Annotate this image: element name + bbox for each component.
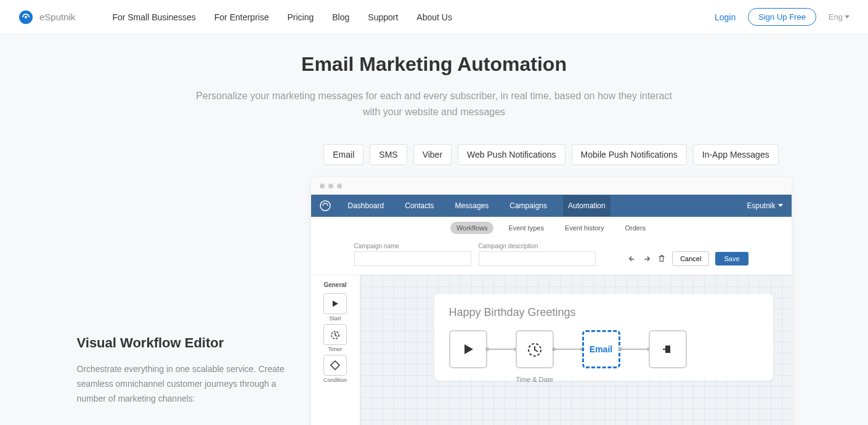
pill-viber[interactable]: Viber bbox=[413, 144, 452, 165]
chevron-down-icon bbox=[845, 15, 850, 19]
undo-icon[interactable] bbox=[628, 254, 636, 263]
nav-small-business[interactable]: For Small Businesses bbox=[112, 12, 195, 22]
window-dot bbox=[320, 184, 325, 188]
pill-webpush[interactable]: Web Push Notifications bbox=[458, 144, 565, 165]
palette: General Start Timer Condition bbox=[311, 275, 360, 425]
logo[interactable]: eSputnik bbox=[18, 10, 75, 25]
campaign-desc-input[interactable] bbox=[479, 251, 596, 266]
window-dot bbox=[328, 184, 333, 188]
workflow-node-end[interactable] bbox=[649, 330, 687, 368]
main-content: Email Marketing Automation Personalize y… bbox=[77, 34, 792, 425]
redo-icon[interactable] bbox=[643, 254, 651, 263]
palette-timer[interactable]: Timer bbox=[323, 324, 347, 352]
page-title: Email Marketing Automation bbox=[77, 53, 792, 76]
login-link[interactable]: Login bbox=[715, 12, 736, 22]
language-selector[interactable]: Eng bbox=[829, 12, 850, 22]
main-nav: For Small Businesses For Enterprise Pric… bbox=[112, 12, 715, 22]
connector bbox=[620, 349, 649, 350]
content-row: Visual Workflow Editor Orchestrate every… bbox=[77, 144, 792, 425]
language-label: Eng bbox=[829, 12, 843, 22]
left-column: Visual Workflow Editor Orchestrate every… bbox=[77, 144, 286, 425]
signup-button[interactable]: Sign Up Free bbox=[748, 8, 816, 26]
svg-point-1 bbox=[25, 16, 27, 18]
save-button[interactable]: Save bbox=[715, 252, 748, 265]
campaign-name-label: Campaign name bbox=[354, 243, 471, 249]
cancel-button[interactable]: Cancel bbox=[672, 251, 709, 266]
app-user-name: Esputnik bbox=[747, 201, 775, 210]
timer-icon bbox=[330, 329, 341, 340]
app-nav-automation[interactable]: Automation bbox=[563, 195, 610, 216]
app-mockup: Dashboard Contacts Messages Campaigns Au… bbox=[311, 177, 792, 425]
palette-label: Start bbox=[329, 315, 341, 322]
subnav-event-types[interactable]: Event types bbox=[502, 222, 550, 234]
nav-pricing[interactable]: Pricing bbox=[287, 12, 314, 22]
chevron-down-icon bbox=[778, 204, 783, 208]
nav-enterprise[interactable]: For Enterprise bbox=[214, 12, 269, 22]
workflow-node-start[interactable] bbox=[449, 330, 487, 368]
connector bbox=[554, 349, 582, 350]
sub-nav: Workflows Event types Event history Orde… bbox=[311, 217, 792, 239]
page-subtitle: Personalize your marketing messages for … bbox=[194, 88, 675, 119]
right-column: Email SMS Viber Web Push Notifications M… bbox=[311, 144, 792, 425]
play-icon bbox=[331, 299, 339, 308]
brand-icon bbox=[18, 10, 33, 25]
palette-condition[interactable]: Condition bbox=[323, 355, 347, 383]
trash-icon[interactable] bbox=[657, 254, 666, 263]
toolbar: Campaign name Campaign description Cance… bbox=[311, 239, 792, 275]
campaign-desc-field: Campaign description bbox=[479, 243, 596, 266]
section-description: Orchestrate everything in one scalable s… bbox=[77, 362, 286, 406]
pill-sms[interactable]: SMS bbox=[370, 144, 407, 165]
app-nav: Dashboard Contacts Messages Campaigns Au… bbox=[343, 195, 747, 216]
app-logo-icon bbox=[320, 200, 331, 211]
end-icon bbox=[661, 342, 675, 356]
section-title: Visual Workflow Editor bbox=[77, 335, 286, 351]
timer-icon bbox=[526, 341, 543, 358]
node-email-text: Email bbox=[590, 344, 612, 354]
brand-name: eSputnik bbox=[39, 12, 75, 22]
app-nav-dashboard[interactable]: Dashboard bbox=[343, 195, 389, 216]
app-nav-messages[interactable]: Messages bbox=[450, 195, 494, 216]
pill-mobilepush[interactable]: Mobile Push Notifications bbox=[572, 144, 687, 165]
nav-blog[interactable]: Blog bbox=[332, 12, 349, 22]
app-nav-contacts[interactable]: Contacts bbox=[400, 195, 439, 216]
app-user-menu[interactable]: Esputnik bbox=[747, 201, 782, 210]
workflow-node-email[interactable]: Email bbox=[582, 330, 620, 368]
palette-group-label: General bbox=[323, 281, 346, 288]
window-dot bbox=[337, 184, 342, 188]
app-nav-campaigns[interactable]: Campaigns bbox=[505, 195, 552, 216]
connector bbox=[487, 349, 516, 350]
svg-point-2 bbox=[320, 201, 330, 211]
workflow-canvas-area: General Start Timer Condition bbox=[311, 275, 792, 425]
subnav-orders[interactable]: Orders bbox=[619, 222, 652, 234]
toolbar-actions: Cancel Save bbox=[628, 251, 748, 266]
diamond-icon bbox=[330, 360, 341, 371]
palette-start[interactable]: Start bbox=[323, 293, 347, 322]
palette-label: Timer bbox=[328, 346, 343, 352]
nav-support[interactable]: Support bbox=[368, 12, 398, 22]
workflow-title: Happy Birthday Greetings bbox=[449, 306, 758, 319]
window-controls bbox=[311, 177, 792, 195]
workflow-canvas[interactable]: Happy Birthday Greetings Time & Date bbox=[360, 275, 792, 425]
header-actions: Login Sign Up Free Eng bbox=[715, 8, 850, 26]
campaign-name-input[interactable] bbox=[354, 251, 471, 266]
pill-inapp[interactable]: In-App Messages bbox=[693, 144, 779, 165]
svg-rect-5 bbox=[665, 346, 670, 353]
workflow-nodes: Time & Date Email bbox=[449, 330, 758, 368]
campaign-name-field: Campaign name bbox=[354, 243, 471, 266]
workflow-node-timer[interactable]: Time & Date bbox=[516, 330, 554, 368]
palette-label: Condition bbox=[323, 377, 347, 383]
subnav-workflows[interactable]: Workflows bbox=[450, 222, 494, 234]
campaign-desc-label: Campaign description bbox=[479, 243, 596, 249]
node-label: Time & Date bbox=[516, 376, 553, 383]
pill-email[interactable]: Email bbox=[323, 144, 363, 165]
site-header: eSputnik For Small Businesses For Enterp… bbox=[0, 0, 868, 34]
subnav-event-history[interactable]: Event history bbox=[559, 222, 610, 234]
channel-pills: Email SMS Viber Web Push Notifications M… bbox=[311, 144, 792, 165]
play-icon bbox=[461, 342, 475, 356]
workflow-card: Happy Birthday Greetings Time & Date bbox=[434, 294, 773, 381]
nav-about[interactable]: About Us bbox=[416, 12, 452, 22]
app-header: Dashboard Contacts Messages Campaigns Au… bbox=[311, 195, 792, 217]
